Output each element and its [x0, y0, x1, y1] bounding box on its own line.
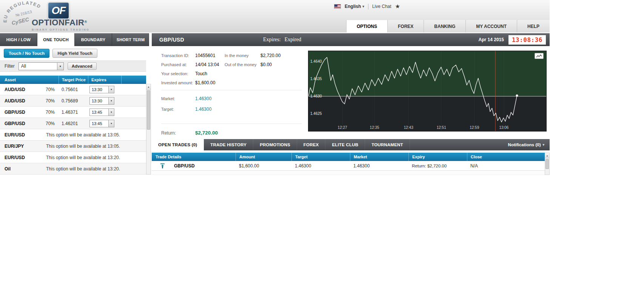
- live-chat-link[interactable]: Live Chat: [372, 4, 391, 9]
- expires-label: Expires:: [263, 37, 281, 42]
- availability-message: This option will be available at 13:20.: [46, 155, 120, 160]
- bottom-tab-tournament[interactable]: TOURNAMENT: [365, 139, 410, 150]
- scrollbar-thumb[interactable]: [545, 159, 549, 169]
- target-price: 0.75601: [59, 87, 88, 92]
- nav-tab-banking[interactable]: BANKING: [424, 20, 465, 32]
- trade-close: N/A: [467, 163, 545, 169]
- bottom-tab-elite-club[interactable]: ELITE CLUB: [325, 139, 365, 150]
- payout-percentage: 70%: [46, 98, 59, 104]
- brand-tagline: BINARY OPTIONS TRADING: [32, 28, 89, 31]
- notifications-label: Notifications (0): [508, 142, 541, 147]
- divider: [161, 124, 302, 124]
- language-label: English: [345, 4, 361, 9]
- svg-text:12:51: 12:51: [437, 125, 446, 130]
- svg-text:12:59: 12:59: [470, 125, 479, 130]
- availability-message: This option will be available at 13:05.: [46, 132, 120, 138]
- nav-tab-options[interactable]: OPTIONS: [346, 20, 387, 32]
- divider: [368, 4, 368, 9]
- panel-tab-boundary[interactable]: BOUNDARY: [75, 33, 112, 46]
- chart-type-button[interactable]: [535, 53, 544, 59]
- target-price: 1.46201: [59, 121, 88, 126]
- language-selector[interactable]: English ▾: [345, 4, 364, 9]
- expiry-select[interactable]: 13:30▼: [89, 97, 114, 105]
- divider: [161, 90, 302, 90]
- asset-cell: GBP/USD70%: [0, 121, 59, 126]
- of-logo-mark: OF: [48, 2, 69, 19]
- detail-value: 10455601: [195, 53, 225, 58]
- asset-name: Oil: [0, 166, 46, 172]
- trades-scrollbar[interactable]: ▲: [545, 153, 550, 175]
- svg-text:1.4630: 1.4630: [310, 94, 322, 98]
- asset-cell: AUD/USD70%: [0, 98, 59, 104]
- chevron-down-icon: ▾: [542, 143, 544, 147]
- expiry-select[interactable]: 13:45▼: [89, 120, 114, 127]
- svg-text:1.4635: 1.4635: [310, 77, 322, 81]
- expiry-select[interactable]: 13:45▼: [89, 108, 114, 116]
- column-header-amount: Amount: [236, 153, 291, 161]
- bottom-tab-forex[interactable]: FOREX: [297, 139, 326, 150]
- nav-tab-forex[interactable]: FOREX: [387, 20, 424, 32]
- panel-tab-one-touch[interactable]: ONE TOUCH: [37, 33, 75, 46]
- notifications-toggle[interactable]: Notifications (0) ▾: [508, 142, 550, 147]
- trade-asset: GBP/USD: [174, 163, 195, 169]
- scroll-up-button[interactable]: ▲: [545, 153, 549, 158]
- trade-pair-title: GBP/USD: [152, 37, 184, 43]
- scroll-up-button[interactable]: ▲: [146, 84, 151, 90]
- asset-row[interactable]: GBP/USD70%1.4620113:45▼: [0, 118, 146, 129]
- svg-text:1.4625: 1.4625: [310, 111, 322, 116]
- asset-cell: AUD/USD70%: [0, 87, 59, 92]
- bottom-tab-trade-history[interactable]: TRADE HISTORY: [204, 139, 253, 150]
- expires-status: Expires:Expired: [263, 37, 301, 43]
- bottom-tab-bar: OPEN TRADES (0)TRADE HISTORYPROMOTIONSFO…: [152, 139, 550, 150]
- availability-message: This option will be available at 13:05.: [46, 144, 120, 149]
- asset-name: AUD/USD: [0, 98, 25, 104]
- filter-selected-value: All: [19, 63, 26, 69]
- svg-text:12:43: 12:43: [404, 125, 413, 130]
- panel-tab-short-term[interactable]: SHORT TERM: [112, 33, 149, 46]
- scrollbar-thumb[interactable]: [147, 90, 150, 130]
- filter-select[interactable]: All ▼: [18, 62, 64, 70]
- asset-name: EUR/JPY: [0, 144, 46, 149]
- asset-scrollbar[interactable]: ▲: [146, 84, 151, 175]
- nav-tab-my-account[interactable]: MY ACCOUNT: [465, 20, 517, 32]
- asset-row[interactable]: AUD/USD70%0.7568913:30▼: [0, 95, 146, 107]
- panel-tab-high-low[interactable]: HIGH / LOW: [0, 33, 37, 46]
- column-header-target-price: Target Price: [59, 76, 88, 84]
- high-yield-touch-button[interactable]: High Yield Touch: [52, 49, 97, 58]
- market-value: 1.46300: [195, 96, 211, 101]
- flag-icon: [334, 4, 341, 9]
- column-header-expiry: Expiry: [408, 153, 467, 161]
- asset-row: EUR/USDThis option will be available at …: [0, 129, 146, 141]
- bottom-tab-promotions[interactable]: PROMOTIONS: [253, 139, 297, 150]
- bottom-tab-open-trades-0[interactable]: OPEN TRADES (0): [152, 139, 204, 150]
- favorite-star-icon[interactable]: ★: [395, 3, 400, 10]
- expiry-value: 13:30: [90, 87, 102, 92]
- expires-cell: 13:45▼: [88, 108, 121, 116]
- trade-target: 1.46300: [291, 163, 350, 169]
- detail-label: Out of the money: [225, 62, 260, 67]
- asset-row: EUR/USDThis option will be available at …: [0, 152, 146, 163]
- detail-label: Purchased at:: [161, 62, 195, 67]
- column-header-market: Market: [350, 153, 408, 161]
- chevron-down-icon: ▼: [108, 97, 114, 104]
- registered-mark: ®: [84, 20, 87, 24]
- advanced-button[interactable]: Advanced: [68, 62, 97, 70]
- asset-rows: AUD/USD70%0.7560113:30▼AUD/USD70%0.75689…: [0, 84, 146, 175]
- return-value: $2,720.00: [195, 130, 218, 136]
- column-header-expires: Expires: [88, 76, 121, 84]
- detail-value: Touch: [195, 71, 225, 76]
- open-trades-table: Trade DetailsAmountTargetMarketExpiryClo…: [152, 153, 550, 175]
- brand-name-block: OPTIONFAIR® BINARY OPTIONS TRADING: [32, 18, 89, 31]
- market-row: Market:1.46300: [161, 95, 305, 102]
- column-header-close: Close: [467, 153, 545, 161]
- expires-cell: 13:45▼: [88, 120, 121, 127]
- nav-tab-help[interactable]: HELP: [517, 20, 550, 32]
- asset-row[interactable]: GBP/USD70%1.4637113:45▼: [0, 107, 146, 118]
- asset-name: EUR/USD: [0, 155, 46, 160]
- asset-row[interactable]: AUD/USD70%0.7560113:30▼: [0, 84, 146, 95]
- open-trade-row[interactable]: GBP/USD $1,600.00 1.46300 1.46300 Return…: [152, 161, 545, 171]
- touch-no-touch-button[interactable]: Touch / No Touch: [4, 49, 49, 58]
- option-type-tabs: HIGH / LOWONE TOUCHBOUNDARYSHORT TERM: [0, 33, 149, 46]
- asset-cell: GBP/USD70%: [0, 110, 59, 115]
- expiry-select[interactable]: 13:30▼: [89, 86, 114, 93]
